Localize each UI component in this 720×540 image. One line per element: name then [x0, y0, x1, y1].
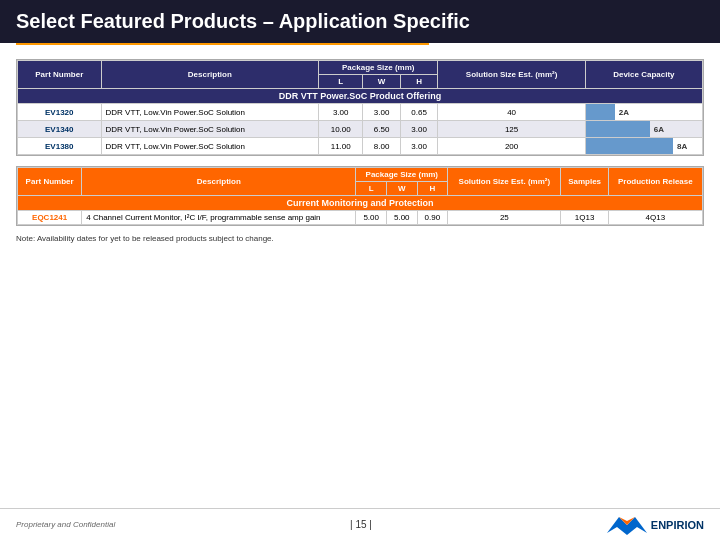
ddr-vtt-table: Part Number Description Package Size (mm…	[16, 59, 704, 156]
sol-size-cell: 125	[438, 121, 585, 138]
enpirion-logo-text: ENPIRION	[651, 519, 704, 531]
col2-pkg-w: W	[386, 182, 417, 196]
col2-part-number: Part Number	[18, 168, 82, 196]
col2-solution-size: Solution Size Est. (mm²)	[448, 168, 561, 196]
col-pkg-l: L	[319, 75, 363, 89]
pkg-w-cell: 6.50	[363, 121, 401, 138]
desc-cell: DDR VTT, Low.Vin Power.SoC Solution	[101, 121, 319, 138]
availability-note: Note: Availability dates for yet to be r…	[16, 234, 704, 243]
table-row: EV1380 DDR VTT, Low.Vin Power.SoC Soluti…	[18, 138, 703, 155]
col-pkg-size: Package Size (mm)	[319, 61, 438, 75]
sol-size-cell: 25	[448, 211, 561, 225]
part-num-cell: EQC1241	[18, 211, 82, 225]
col-part-number: Part Number	[18, 61, 102, 89]
col2-pkg-l: L	[356, 182, 387, 196]
current-monitoring-table: Part Number Description Package Size (mm…	[16, 166, 704, 226]
col2-description: Description	[82, 168, 356, 196]
pkg-l-cell: 11.00	[319, 138, 363, 155]
samples-cell: 1Q13	[561, 211, 608, 225]
ddr-section-header: DDR VTT Power.SoC Product Offering	[18, 89, 703, 104]
pkg-w-cell: 8.00	[363, 138, 401, 155]
pkg-h-cell: 0.65	[400, 104, 438, 121]
part-num-cell: EV1320	[18, 104, 102, 121]
desc-cell: DDR VTT, Low.Vin Power.SoC Solution	[101, 138, 319, 155]
pkg-h-cell: 3.00	[400, 121, 438, 138]
pkg-w-cell: 5.00	[386, 211, 417, 225]
main-content: Part Number Description Package Size (mm…	[0, 51, 720, 257]
sol-size-cell: 200	[438, 138, 585, 155]
col-pkg-h: H	[400, 75, 438, 89]
col-device-capacity: Device Capacity	[585, 61, 702, 89]
capacity-cell: 6A	[585, 121, 702, 138]
pkg-l-cell: 3.00	[319, 104, 363, 121]
footer-proprietary: Proprietary and Confidential	[16, 520, 115, 529]
table-row: EV1340 DDR VTT, Low.Vin Power.SoC Soluti…	[18, 121, 703, 138]
svg-marker-0	[607, 517, 647, 535]
enpirion-logo-icon	[607, 513, 647, 537]
production-cell: 4Q13	[608, 211, 702, 225]
capacity-cell: 2A	[585, 104, 702, 121]
capacity-cell: 8A	[585, 138, 702, 155]
header-underline	[16, 43, 704, 45]
col-solution-size: Solution Size Est. (mm²)	[438, 61, 585, 89]
header: Select Featured Products – Application S…	[0, 0, 720, 43]
col2-pkg-h: H	[417, 182, 448, 196]
col2-pkg-size: Package Size (mm)	[356, 168, 448, 182]
pkg-h-cell: 0.90	[417, 211, 448, 225]
pkg-l-cell: 5.00	[356, 211, 387, 225]
part-num-cell: EV1380	[18, 138, 102, 155]
page-title: Select Featured Products – Application S…	[16, 10, 470, 33]
col2-production: Production Release	[608, 168, 702, 196]
pkg-l-cell: 10.00	[319, 121, 363, 138]
pkg-w-cell: 3.00	[363, 104, 401, 121]
desc-cell: 4 Channel Current Monitor, I²C I/F, prog…	[82, 211, 356, 225]
logo: ENPIRION	[607, 513, 704, 537]
col2-samples: Samples	[561, 168, 608, 196]
table-row: EV1320 DDR VTT, Low.Vin Power.SoC Soluti…	[18, 104, 703, 121]
pkg-h-cell: 3.00	[400, 138, 438, 155]
footer-page-number: | 15 |	[350, 519, 372, 530]
col-pkg-w: W	[363, 75, 401, 89]
part-num-cell: EV1340	[18, 121, 102, 138]
col-description: Description	[101, 61, 319, 89]
current-section-header: Current Monitoring and Protection	[18, 196, 703, 211]
desc-cell: DDR VTT, Low.Vin Power.SoC Solution	[101, 104, 319, 121]
sol-size-cell: 40	[438, 104, 585, 121]
table-row: EQC1241 4 Channel Current Monitor, I²C I…	[18, 211, 703, 225]
footer: Proprietary and Confidential | 15 | ENPI…	[0, 508, 720, 540]
